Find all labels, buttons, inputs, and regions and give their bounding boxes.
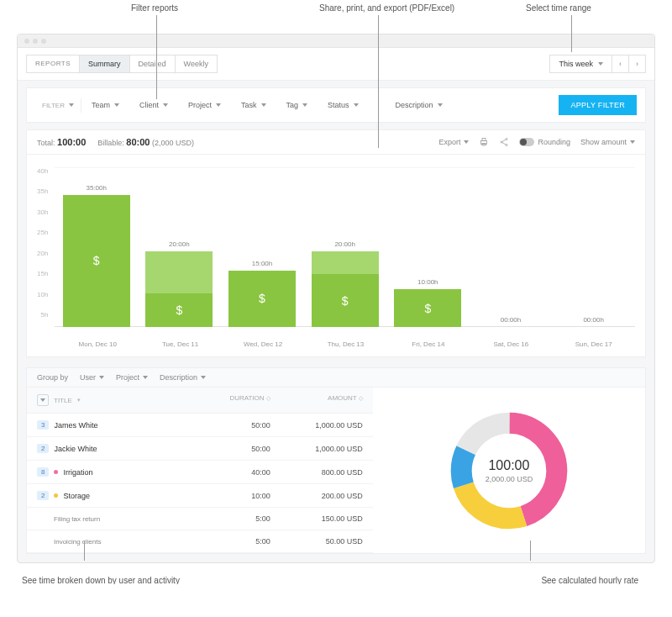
row-name: James White: [54, 421, 97, 430]
tab-detailed[interactable]: Detailed: [130, 55, 176, 72]
tab-reports[interactable]: REPORTS: [27, 55, 80, 72]
table-row[interactable]: Filing tax return5:00150.00 USD: [27, 508, 373, 530]
filter-project[interactable]: Project: [178, 98, 231, 113]
dollar-icon: $: [93, 254, 100, 267]
bar-column: 10:00h$: [386, 278, 470, 327]
groupby-project[interactable]: Project: [116, 373, 148, 382]
printer-icon: [479, 137, 489, 147]
row-duration: 40:00: [203, 468, 270, 477]
dollar-icon: $: [342, 294, 349, 308]
bar-segment-nonbillable: [145, 251, 213, 293]
billable-time: 80:00: [126, 137, 150, 147]
time-next-button[interactable]: ›: [629, 55, 645, 72]
bar-segment-billable: $: [63, 195, 130, 328]
annotation-rate: See calculated hourly rate: [541, 576, 638, 584]
groupby-user[interactable]: User: [80, 373, 104, 382]
x-axis-label: Thu, Dec 13: [304, 340, 386, 348]
row-name: Jackie White: [54, 445, 97, 453]
bar-value-label: 10:00h: [417, 278, 438, 286]
tab-weekly[interactable]: Weekly: [176, 55, 217, 72]
row-name: Invoicing clients: [54, 538, 101, 546]
row-amount: 800.00 USD: [270, 468, 363, 477]
bar-segment-billable: $: [228, 271, 296, 328]
breakdown-table: TITLE ▾ DURATION ◇ AMOUNT ◇ 3James White…: [27, 388, 373, 553]
rounding-toggle[interactable]: Rounding: [519, 138, 570, 146]
topbar: REPORTS Summary Detailed Weekly This wee…: [18, 48, 654, 81]
time-prev-button[interactable]: ‹: [612, 55, 629, 72]
donut-chart: 100:00 2,000.00 USD: [373, 388, 645, 553]
expand-all-icon[interactable]: [37, 394, 49, 406]
table-header: TITLE ▾ DURATION ◇ AMOUNT ◇: [27, 388, 373, 414]
bar-column: 00:00h: [470, 316, 553, 327]
traffic-dot: [33, 39, 38, 44]
svg-rect-0: [481, 141, 487, 145]
summary-header: Total: 100:00 Billable: 80:00 (2,000 USD…: [27, 130, 645, 155]
table-row[interactable]: Invoicing clients5:0050.00 USD: [27, 530, 373, 553]
project-color-dot: [54, 470, 58, 474]
share-button[interactable]: [499, 137, 509, 147]
bars-container: 35:00h$20:00h$15:00h$20:00h$10:00h$00:00…: [55, 167, 635, 327]
filter-tag[interactable]: Tag: [276, 98, 318, 113]
toggle-icon: [519, 138, 534, 146]
time-range-picker: This week ‹ ›: [549, 55, 646, 73]
bar-column: 15:00h$: [221, 260, 304, 328]
bar-segment-billable: $: [145, 293, 213, 328]
x-axis-label: Tue, Dec 11: [139, 340, 221, 348]
billable-amount: (2,000 USD): [152, 139, 194, 147]
show-amount-button[interactable]: Show amount: [580, 138, 635, 146]
row-amount: 1,000.00 USD: [270, 421, 363, 430]
share-icon: [499, 137, 509, 147]
bar-segment-billable: $: [312, 274, 379, 327]
svg-point-5: [506, 145, 507, 146]
donut-total-time: 100:00: [486, 458, 533, 473]
bar-segment-billable: $: [394, 289, 461, 327]
print-button[interactable]: [479, 137, 489, 147]
tab-summary[interactable]: Summary: [80, 55, 130, 72]
export-button[interactable]: Export: [438, 138, 469, 146]
app-window: REPORTS Summary Detailed Weekly This wee…: [17, 34, 655, 563]
filter-description[interactable]: Description: [386, 98, 453, 113]
row-name: Irrigation: [63, 468, 92, 477]
y-axis: 40h35h30h25h20h15h10h5h: [37, 167, 55, 319]
table-row[interactable]: 8Irrigation40:00800.00 USD: [27, 461, 373, 484]
x-axis-label: Wed, Dec 12: [222, 340, 304, 348]
svg-point-4: [501, 141, 502, 143]
dollar-icon: $: [424, 302, 431, 315]
total-time: 100:00: [57, 137, 86, 147]
row-duration: 5:00: [203, 537, 270, 546]
row-duration: 50:00: [203, 421, 270, 430]
filter-task[interactable]: Task: [231, 98, 276, 113]
x-axis-label: Mon, Dec 10: [56, 340, 139, 348]
bar-column: 20:00h$: [303, 240, 386, 327]
filter-status[interactable]: Status: [318, 98, 369, 113]
filter-client[interactable]: Client: [129, 98, 178, 113]
bar-value-label: 00:00h: [583, 316, 603, 324]
filter-bar: FILTER Team Client Project Task Tag Stat…: [26, 87, 646, 123]
row-name: Storage: [63, 492, 90, 500]
count-badge: 8: [37, 467, 49, 477]
x-axis-label: Fri, Dec 14: [387, 340, 470, 348]
report-tabs: REPORTS Summary Detailed Weekly: [26, 55, 218, 73]
row-amount: 200.00 USD: [270, 492, 363, 500]
bar-value-label: 35:00h: [86, 184, 106, 192]
filter-label[interactable]: FILTER: [35, 98, 81, 113]
row-duration: 5:00: [203, 514, 270, 523]
donut-center: 100:00 2,000.00 USD: [486, 458, 533, 483]
table-row[interactable]: 2Jackie White50:001,000.00 USD: [27, 437, 373, 461]
row-duration: 50:00: [203, 445, 270, 453]
breakdown-card: Group by User Project Description TITLE …: [26, 367, 646, 554]
table-row[interactable]: 2Storage10:00200.00 USD: [27, 484, 373, 508]
filter-team[interactable]: Team: [81, 98, 129, 113]
caret-down-icon: [598, 62, 603, 66]
annotation-filter: Filter reports: [131, 3, 178, 13]
table-row[interactable]: 3James White50:001,000.00 USD: [27, 414, 373, 437]
count-badge: 2: [37, 491, 49, 500]
dollar-icon: $: [259, 292, 265, 305]
row-amount: 50.00 USD: [270, 537, 363, 546]
traffic-dot: [24, 39, 29, 44]
x-axis: Mon, Dec 10Tue, Dec 11Wed, Dec 12Thu, De…: [27, 335, 645, 356]
time-range-select[interactable]: This week: [550, 55, 612, 72]
apply-filter-button[interactable]: APPLY FILTER: [559, 95, 637, 115]
groupby-description[interactable]: Description: [160, 373, 206, 382]
window-titlebar: [18, 34, 654, 48]
